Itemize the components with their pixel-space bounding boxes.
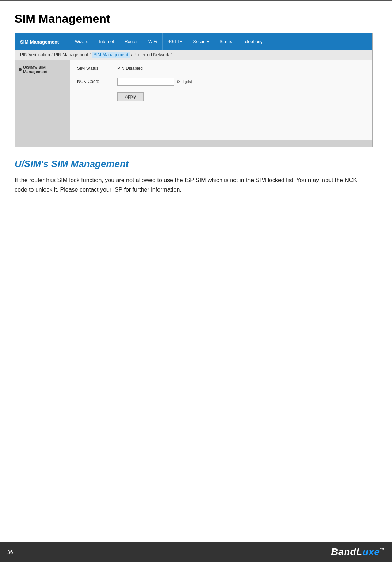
breadcrumb-pin-management[interactable]: PIN Management /: [54, 52, 91, 57]
nav-brand: SIM Management: [15, 33, 70, 50]
body-text: If the router has SIM lock function, you…: [15, 176, 358, 194]
breadcrumb-pin-verification[interactable]: PIN Verification /: [20, 52, 53, 57]
breadcrumb-bar: PIN Verification / PIN Management / SIM …: [15, 50, 372, 60]
sim-status-label: SIM Status:: [77, 66, 117, 71]
logo-text: BandLuxe™: [331, 546, 385, 558]
page-number: 36: [7, 549, 13, 555]
sidebar-item-usim[interactable]: U/SIM's SIM Management: [15, 63, 70, 76]
tab-telephony[interactable]: Telephony: [237, 33, 268, 50]
router-sidebar: U/SIM's SIM Management: [15, 60, 70, 140]
router-body-bottom: [15, 140, 372, 147]
router-body: SIM Status: PIN Disabled NCK Code: (8 di…: [70, 60, 372, 140]
page-footer: 36 BandLuxe™: [0, 542, 392, 562]
sim-status-value: PIN Disabled: [117, 66, 143, 71]
logo-luxe: uxe: [362, 546, 380, 557]
nck-code-hint: (8 digits): [177, 79, 192, 84]
logo-tm: ™: [380, 547, 385, 552]
sidebar-bullet: [19, 68, 22, 71]
breadcrumb-separator: /: [131, 52, 132, 57]
apply-button[interactable]: Apply: [117, 92, 144, 101]
sidebar-item-label: U/SIM's SIM Management: [23, 65, 66, 74]
breadcrumb-sim-management[interactable]: SIM Management: [92, 52, 130, 58]
apply-row: Apply: [77, 92, 365, 101]
router-main: U/SIM's SIM Management SIM Status: PIN D…: [15, 60, 372, 140]
router-ui: SIM Management Wizard Internet Router Wi…: [15, 33, 373, 147]
section-heading: U/SIM's SIM Management: [15, 158, 377, 170]
breadcrumb-preferred-network[interactable]: Preferred Network /: [134, 52, 172, 57]
nav-tabs: Wizard Internet Router WiFi 4G LTE Secur…: [70, 33, 268, 50]
tab-router[interactable]: Router: [119, 33, 143, 50]
tab-wizard[interactable]: Wizard: [70, 33, 94, 50]
nck-code-label: NCK Code:: [77, 79, 117, 84]
sim-status-row: SIM Status: PIN Disabled: [77, 66, 365, 71]
tab-status[interactable]: Status: [214, 33, 237, 50]
nck-code-row: NCK Code: (8 digits): [77, 78, 365, 86]
logo-band: BandL: [331, 546, 362, 557]
tab-4glte[interactable]: 4G LTE: [163, 33, 188, 50]
nck-code-input[interactable]: [117, 78, 174, 86]
tab-internet[interactable]: Internet: [94, 33, 119, 50]
footer-logo: BandLuxe™: [331, 546, 385, 558]
tab-security[interactable]: Security: [188, 33, 214, 50]
nav-bar: SIM Management Wizard Internet Router Wi…: [15, 33, 372, 50]
tab-wifi[interactable]: WiFi: [143, 33, 163, 50]
page-title: SIM Management: [15, 12, 377, 26]
page-content: SIM Management SIM Management Wizard Int…: [0, 1, 392, 223]
